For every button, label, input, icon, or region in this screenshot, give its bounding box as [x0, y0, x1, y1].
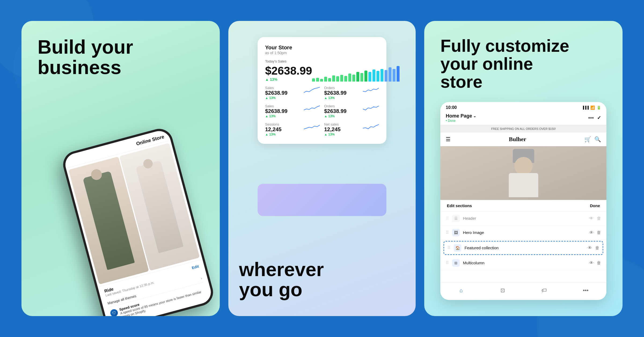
trash-icon-multi[interactable]: 🗑 — [597, 261, 601, 265]
phone-mockup-2: 10:00 ▐▐▐ 📶 🔋 Home Page ⌄ • Done •• — [440, 102, 606, 300]
store-logo: Bulher — [509, 136, 526, 143]
search-icon[interactable]: 🔍 — [594, 136, 601, 142]
metric-label-orders-2: Orders — [324, 104, 346, 108]
multi-section-actions: 👁 🗑 — [589, 261, 601, 265]
trash-icon-header[interactable]: 🗑 — [597, 216, 601, 221]
store-header: ☰ Bulher 🛒 🔍 — [440, 133, 606, 146]
chart-bar — [360, 73, 363, 82]
card2-title: wherever you go — [239, 259, 405, 300]
sparkline-sales-2 — [304, 104, 320, 112]
metric-amount-sessions: 12,245 — [265, 126, 281, 133]
header-section-actions: 👁 🗑 — [589, 216, 601, 221]
chart-bar — [376, 71, 379, 82]
dashboard-sales-row: $2638.99 ▲ 13% — [265, 64, 379, 82]
eye-icon-header[interactable]: 👁 — [589, 216, 594, 221]
drag-handle-featured: ⠿ — [447, 245, 451, 250]
metric-label-sessions: Sessions — [265, 122, 281, 126]
nav-actions: ••• ✓ — [588, 115, 601, 121]
wifi-icon: 📶 — [590, 105, 595, 110]
metric-label-orders: Orders — [324, 86, 346, 90]
tag-nav-icon[interactable]: 🏷 — [540, 286, 548, 295]
main-sales-pct: ▲ 13% — [265, 77, 312, 82]
drag-handle-header: ⠿ — [446, 216, 449, 221]
eye-icon-multi[interactable]: 👁 — [589, 261, 594, 265]
dashboard-card: Your Store as of 1:50pm Today's Sales $2… — [258, 37, 386, 144]
status-bar: 10:00 ▐▐▐ 📶 🔋 — [440, 102, 606, 111]
chart-bar — [356, 72, 359, 82]
chart-bar — [332, 75, 335, 82]
trash-icon-hero[interactable]: 🗑 — [597, 230, 601, 235]
hero-section-label: Hero Image — [463, 230, 586, 235]
metric-label-net-sales: Net sales — [324, 122, 341, 126]
page-title-text: Home Page — [446, 113, 472, 119]
header-section-icon: ☰ — [452, 215, 460, 222]
sections-list: ⠿ ☰ Header 👁 🗑 ⠿ 🖼 Hero Image 👁 🗑 — [440, 211, 606, 283]
bottom-nav: ⌂ ⊡ 🏷 ••• — [440, 283, 606, 300]
metric-amount-orders: $2638.99 — [324, 90, 346, 96]
metric-amount-sales: $2638.99 — [265, 90, 287, 96]
featured-section-icon: 🏠 — [454, 244, 461, 252]
chart-bar — [389, 67, 391, 82]
sparkline-orders-2 — [363, 104, 379, 112]
chart-bar — [348, 74, 351, 82]
multicolumn-label: Multicolumn — [463, 261, 586, 265]
home-nav-icon[interactable]: ⌂ — [457, 286, 466, 295]
battery-icon: 🔋 — [597, 105, 601, 110]
metric-amount-orders-2: $2638.99 — [324, 108, 346, 114]
card-wherever: Your Store as of 1:50pm Today's Sales $2… — [228, 21, 416, 316]
section-hero-image: ⠿ 🖼 Hero Image 👁 🗑 — [440, 226, 606, 240]
chart-bar — [385, 70, 387, 82]
person-figure — [503, 149, 544, 197]
sparkline-net-sales — [363, 122, 379, 130]
metric-pct-sales: ▲ 13% — [265, 96, 287, 100]
more-options-icon[interactable]: ••• — [588, 115, 594, 121]
eye-icon-hero[interactable]: 👁 — [589, 230, 594, 235]
status-time: 10:00 — [446, 105, 457, 110]
metric-sales-2: Sales $2638.99 ▲ 13% — [265, 104, 320, 118]
edit-sections-bar: Edit sections Done — [440, 200, 606, 211]
metric-pct-sales-2: ▲ 13% — [265, 114, 287, 118]
trash-icon-featured[interactable]: 🗑 — [595, 246, 599, 250]
checkmark-icon[interactable]: ✓ — [597, 115, 601, 121]
hero-section-actions: 👁 🗑 — [589, 230, 601, 235]
chart-bar — [312, 78, 315, 82]
eye-icon-featured[interactable]: 👁 — [588, 246, 592, 250]
done-button[interactable]: Done — [590, 203, 600, 208]
hero-section-icon: 🖼 — [452, 229, 460, 236]
card1-title: Build your business — [38, 37, 204, 78]
status-icons: ▐▐▐ 📶 🔋 — [582, 105, 601, 110]
chart-bar — [352, 75, 355, 82]
shield-icon: 🛡 — [109, 308, 119, 316]
card-customize: Fully customize your online store 10:00 … — [424, 21, 623, 316]
chart-bar — [344, 76, 347, 82]
chart-bar — [336, 76, 339, 82]
layout-nav-icon[interactable]: ⊡ — [498, 286, 507, 295]
metrics-grid: Sales $2638.99 ▲ 13% Orders $2638.99 ▲ 1… — [265, 86, 379, 136]
metric-net-sales: Net sales 12,245 ▲ 13% — [324, 122, 379, 136]
featured-collection-label: Featured collection — [464, 246, 584, 250]
drag-handle-hero: ⠿ — [446, 230, 449, 235]
chart-bar — [316, 78, 319, 82]
hamburger-icon[interactable]: ☰ — [446, 136, 451, 142]
page-title: Home Page ⌄ — [446, 113, 476, 119]
metric-pct-sessions: ▲ 13% — [265, 133, 281, 136]
purple-decorative-card — [258, 184, 386, 216]
chart-bar — [380, 69, 383, 82]
today-sales-label: Today's Sales — [265, 59, 379, 63]
phone2-nav: Home Page ⌄ • Done ••• ✓ — [440, 111, 606, 125]
page-status: • Done — [446, 119, 476, 123]
banner-text: FREE SHIPPING ON ALL ORDERS OVER $150! — [491, 127, 556, 130]
drag-handle-multi: ⠿ — [446, 260, 449, 265]
section-multicolumn: ⠿ ⊞ Multicolumn 👁 🗑 — [440, 256, 606, 270]
more-nav-icon[interactable]: ••• — [581, 286, 590, 295]
chart-bar — [393, 69, 396, 82]
main-sales-amount: $2638.99 — [265, 64, 312, 77]
metric-label-sales-2: Sales — [265, 104, 287, 108]
multi-section-icon: ⊞ — [452, 259, 460, 267]
metric-sales: Sales $2638.99 ▲ 13% — [265, 86, 320, 100]
metric-orders-2: Orders $2638.99 ▲ 13% — [324, 104, 379, 118]
chevron-down-icon: ⌄ — [473, 114, 476, 118]
cart-icon[interactable]: 🛒 — [584, 136, 591, 142]
hero-image — [440, 146, 606, 200]
metric-pct-orders-2: ▲ 13% — [324, 114, 346, 118]
